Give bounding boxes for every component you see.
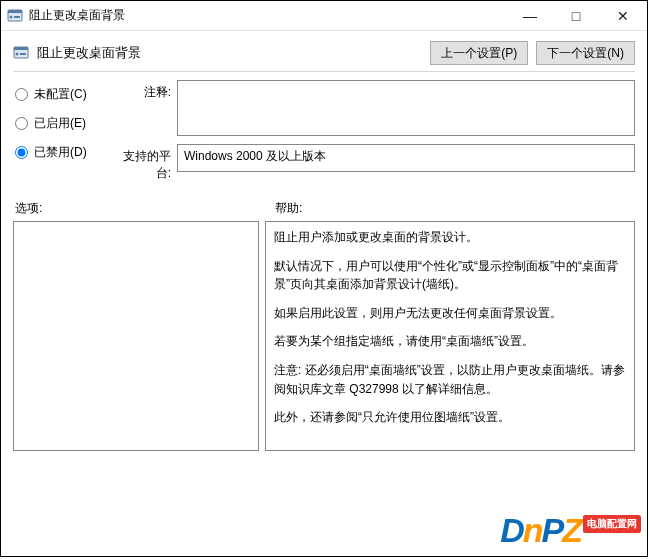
comment-field[interactable] [177,80,635,136]
watermark-badge: 电脑配置网 [583,515,641,533]
comment-label: 注释: [113,80,177,101]
radio-enabled-input[interactable] [15,117,28,130]
radio-not-configured-input[interactable] [15,88,28,101]
help-paragraph: 阻止用户添加或更改桌面的背景设计。 [274,228,626,247]
svg-rect-7 [20,53,26,55]
options-panel [13,221,259,451]
svg-rect-5 [14,47,28,50]
next-setting-button[interactable]: 下一个设置(N) [536,41,635,65]
radio-not-configured-label: 未配置(C) [34,86,87,103]
watermark-letter: P [542,511,563,550]
help-paragraph: 若要为某个组指定墙纸，请使用“桌面墙纸”设置。 [274,332,626,351]
watermark-logo: D n P Z 电脑配置网 [500,511,641,550]
help-paragraph: 此外，还请参阅“只允许使用位图墙纸”设置。 [274,408,626,427]
close-button[interactable]: ✕ [599,1,647,30]
policy-icon [7,8,23,24]
help-paragraph: 注意: 还必须启用“桌面墙纸”设置，以防止用户更改桌面墙纸。请参阅知识库文章 Q… [274,361,626,398]
watermark-letter: Z [562,511,581,550]
help-label: 帮助: [273,200,302,217]
svg-point-2 [10,15,13,18]
svg-rect-1 [8,10,22,13]
window-title: 阻止更改桌面背景 [29,7,125,24]
platform-label: 支持的平台: [113,144,177,182]
separator [13,71,635,72]
radio-disabled-label: 已禁用(D) [34,144,87,161]
help-paragraph: 默认情况下，用户可以使用“个性化”或“显示控制面板”中的“桌面背景”页向其桌面添… [274,257,626,294]
options-label: 选项: [13,200,273,217]
radio-disabled[interactable]: 已禁用(D) [15,144,113,161]
radio-not-configured[interactable]: 未配置(C) [15,86,113,103]
svg-rect-3 [14,16,20,18]
titlebar: 阻止更改桌面背景 — □ ✕ [1,1,647,31]
maximize-button[interactable]: □ [553,1,599,30]
platform-field: Windows 2000 及以上版本 [177,144,635,172]
radio-enabled-label: 已启用(E) [34,115,86,132]
svg-point-6 [16,53,19,56]
minimize-button[interactable]: — [507,1,553,30]
page-title: 阻止更改桌面背景 [37,44,141,62]
policy-icon [13,45,29,61]
help-paragraph: 如果启用此设置，则用户无法更改任何桌面背景设置。 [274,304,626,323]
previous-setting-button[interactable]: 上一个设置(P) [430,41,528,65]
watermark-letter: n [523,511,542,550]
help-panel: 阻止用户添加或更改桌面的背景设计。 默认情况下，用户可以使用“个性化”或“显示控… [265,221,635,451]
watermark-letter: D [500,511,523,550]
radio-disabled-input[interactable] [15,146,28,159]
radio-enabled[interactable]: 已启用(E) [15,115,113,132]
